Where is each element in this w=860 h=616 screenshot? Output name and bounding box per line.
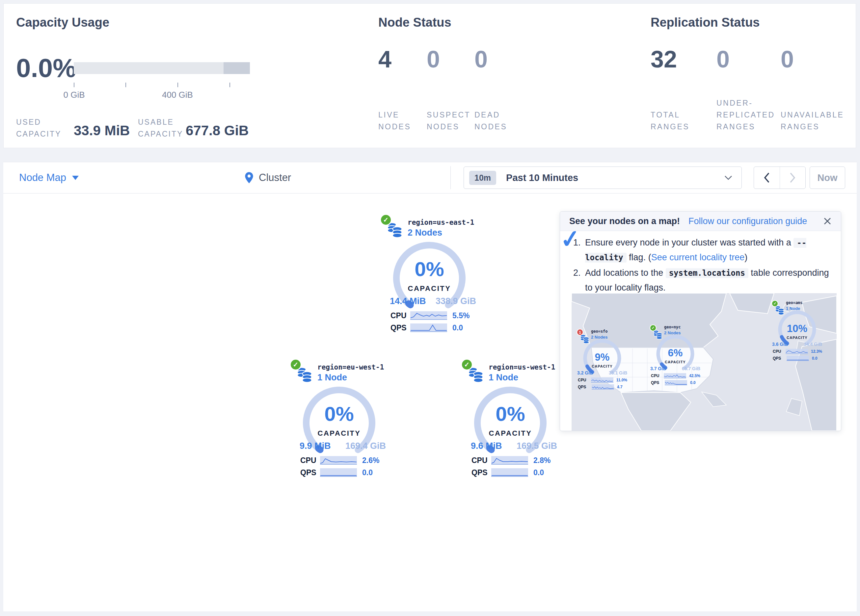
replication-status-title: Replication Status [651, 16, 760, 30]
map-pin-icon [245, 172, 254, 183]
region-label: region=eu-west-1 [317, 363, 384, 371]
capacity-axis-tick [177, 83, 178, 87]
cpu-label: CPU [391, 311, 410, 320]
step-text-post: ) [744, 252, 747, 262]
unavailable-ranges-stat: 0 UNAVAILABLE RANGES [781, 46, 855, 133]
live-nodes-value: 4 [378, 46, 421, 73]
qps-label: QPS [391, 323, 410, 332]
chevron-down-icon [72, 176, 79, 180]
used-capacity-value: 33.9 MiB [74, 123, 130, 138]
breadcrumb[interactable]: Cluster [245, 162, 291, 193]
region-card-eu-west-1[interactable]: ✓ region=eu-west-1 1 Node 0% CAPACITY 9.… [289, 358, 387, 480]
capacity-used: 3.2 GiB [577, 370, 593, 375]
qps-label: QPS [300, 468, 320, 477]
time-prev-button[interactable] [754, 167, 780, 188]
cpu-label: CPU [651, 373, 664, 378]
qps-metric-row: QPS 0.0 [471, 468, 558, 478]
capacity-axis-tick [229, 83, 230, 87]
capacity-usage-bar [74, 62, 250, 74]
locality-card-ams[interactable]: ✓ geo=ams 1 Node 10% CAPACITY 3.6 GiB [771, 296, 824, 363]
capacity-caption: CAPACITY [303, 429, 375, 438]
qps-value: 0.0 [812, 356, 818, 361]
check-glyph: ✓ [293, 361, 299, 368]
popup-title: See your nodes on a map! [569, 216, 680, 226]
cpu-value: 2.6% [362, 456, 379, 465]
check-glyph: ✓ [774, 301, 776, 306]
cpu-label: CPU [471, 456, 491, 465]
capacity-caption: CAPACITY [581, 364, 624, 368]
qps-sparkline [665, 380, 687, 385]
cpu-metric-row: CPU 42.5% [651, 373, 700, 378]
nodes-count-link[interactable]: 2 Nodes [408, 228, 442, 238]
nodes-count-link[interactable]: 1 Node [489, 373, 518, 383]
nodes-count-link[interactable]: 1 Node [317, 373, 347, 383]
now-button[interactable]: Now [810, 166, 845, 189]
system-locations-code: system.locations [666, 268, 749, 278]
cpu-sparkline [491, 456, 528, 465]
healthy-badge-icon: ✓ [650, 324, 656, 331]
qps-sparkline [786, 356, 809, 361]
locality-card-nyc[interactable]: ✓ geo=nyc 2 Nodes 6% CAPACITY 3.7 GiB [649, 320, 701, 388]
capacity-axis-label: 0 GiB [51, 90, 97, 100]
capacity-total: 169.4 GiB [345, 441, 386, 451]
cluster-overview-page: Capacity Usage 0.0% 0 GiB 400 GiB USED C… [0, 0, 860, 616]
suspect-nodes-value: 0 [427, 46, 476, 73]
time-range-selector[interactable]: 10m Past 10 Minutes [464, 166, 742, 189]
unavailable-ranges-label: UNAVAILABLE RANGES [781, 109, 855, 133]
step-done-check-icon: ✓ [559, 224, 582, 254]
capacity-values: 3.6 GiB 34.4 GiB [772, 342, 822, 347]
locality-label: geo=nyc [664, 325, 681, 329]
capacity-total: 65.7 GiB [682, 366, 700, 371]
time-next-button[interactable] [780, 167, 806, 188]
cpu-label: CPU [773, 349, 786, 354]
configuration-guide-link[interactable]: Follow our configuration guide [689, 216, 807, 226]
suspect-nodes-stat: 0 SUSPECT NODES [427, 46, 476, 133]
step-text: Add locations to the system.locations ta… [585, 266, 832, 295]
capacity-percent: 0% [474, 402, 546, 425]
step-number: 2. [573, 266, 585, 295]
step-text-pre: Add locations to the [585, 268, 666, 278]
chevron-left-icon [763, 172, 771, 183]
qps-value: 0.0 [452, 323, 463, 332]
region-card-us-east-1[interactable]: ✓ region=us-east-1 2 Nodes 0% CAPACITY 1… [379, 213, 477, 335]
cpu-value: 11.0% [616, 378, 627, 382]
cpu-label: CPU [578, 378, 591, 382]
cpu-label: CPU [300, 456, 320, 465]
capacity-values: 3.7 GiB 65.7 GiB [650, 366, 700, 371]
capacity-caption: CAPACITY [474, 429, 546, 438]
qps-label: QPS [471, 468, 491, 477]
instruction-step-2: 2. Add locations to the system.locations… [573, 266, 832, 295]
cpu-metric-row: CPU 5.5% [391, 310, 477, 320]
cpu-value: 42.5% [689, 373, 700, 378]
capacity-values: 3.2 GiB 35.1 GiB [577, 370, 627, 375]
capacity-total: 35.1 GiB [609, 370, 627, 375]
chevron-down-icon [724, 176, 732, 180]
locality-label: geo=sfo [591, 329, 608, 334]
qps-metric-row: QPS 0.0 [651, 380, 700, 385]
view-selector-label: Node Map [19, 172, 66, 183]
capacity-caption: CAPACITY [393, 284, 466, 293]
qps-value: 0.0 [690, 380, 696, 385]
cpu-sparkline [786, 349, 808, 354]
capacity-values: 9.9 MiB 169.4 GiB [300, 441, 386, 451]
capacity-total: 169.5 GiB [516, 441, 557, 451]
cpu-value: 12.3% [811, 349, 822, 354]
capacity-usage-title: Capacity Usage [16, 16, 109, 30]
healthy-badge-icon: ✓ [461, 359, 473, 370]
locality-tree-link[interactable]: See current locality tree [651, 252, 745, 262]
cpu-sparkline [664, 373, 686, 378]
capacity-used: 9.6 MiB [471, 441, 502, 451]
locality-card-sfo[interactable]: 1 geo=sfo 2 Nodes 9% CAPACITY 3.2 GiB [576, 324, 629, 392]
check-glyph: ✓ [464, 361, 470, 368]
cpu-sparkline [591, 378, 614, 383]
dead-nodes-value: 0 [474, 46, 527, 73]
close-button[interactable] [823, 217, 832, 226]
region-card-us-west-1[interactable]: ✓ region=us-west-1 1 Node 0% CAPACITY 9.… [460, 358, 559, 480]
cpu-sparkline [410, 311, 447, 320]
cpu-metric-row: CPU 12.3% [773, 348, 822, 354]
view-selector-dropdown[interactable]: Node Map [19, 162, 79, 193]
qps-sparkline [410, 323, 447, 332]
time-range-badge: 10m [469, 171, 496, 185]
nodes-on-map-popup: See your nodes on a map! Follow our conf… [560, 211, 841, 431]
check-glyph: ✓ [383, 216, 389, 224]
